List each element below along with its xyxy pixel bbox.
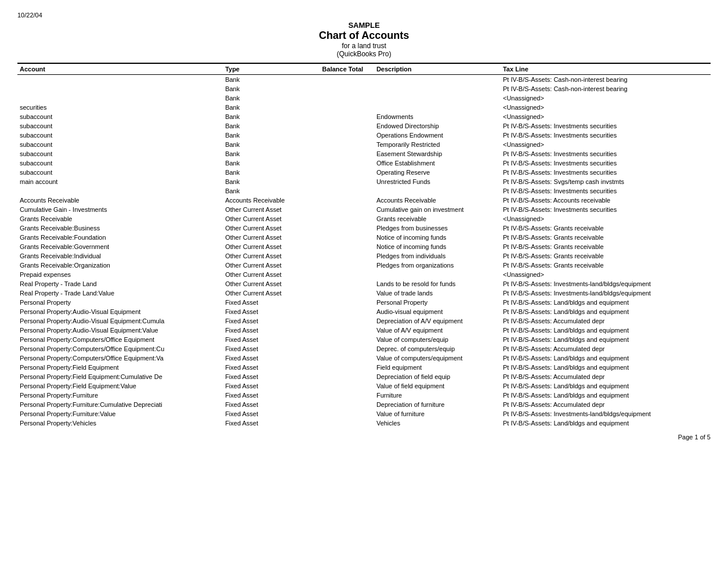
table-row: Real Property - Trade Land:ValueOther Cu… xyxy=(17,288,711,298)
cell-description xyxy=(374,103,501,112)
cell-taxline: Pt IV-B/S-Assets: Grants receivable xyxy=(501,251,711,261)
cell-taxline: Pt IV-B/S-Assets: Land/bldgs and equipme… xyxy=(501,391,711,400)
header-title1: SAMPLE xyxy=(17,21,711,30)
cell-account: subaccount xyxy=(17,121,223,131)
cell-taxline: Pt IV-B/S-Assets: Accumulated depr xyxy=(501,316,711,326)
cell-account: Real Property - Trade Land xyxy=(17,279,223,288)
cell-taxline: Pt IV-B/S-Assets: Investments securities xyxy=(501,149,711,158)
cell-type: Fixed Asset xyxy=(223,381,311,391)
cell-balance xyxy=(312,251,374,261)
cell-type: Bank xyxy=(223,103,311,112)
cell-account: Prepaid expenses xyxy=(17,270,223,279)
cell-description: Lands to be resold for funds xyxy=(374,279,501,288)
cell-type: Bank xyxy=(223,131,311,140)
cell-description xyxy=(374,93,501,103)
cell-description xyxy=(374,186,501,196)
cell-type: Other Current Asset xyxy=(223,233,311,242)
cell-balance xyxy=(312,223,374,233)
cell-balance xyxy=(312,335,374,344)
header-title3: for a land trust xyxy=(17,42,711,50)
cell-account: Accounts Receivable xyxy=(17,196,223,205)
table-row: Personal Property:Field Equipment:ValueF… xyxy=(17,381,711,391)
col-account: Account xyxy=(17,63,223,75)
cell-type: Bank xyxy=(223,186,311,196)
cell-taxline: <Unassigned> xyxy=(501,103,711,112)
cell-account: Grants Receivable:Foundation xyxy=(17,233,223,242)
cell-balance xyxy=(312,391,374,400)
cell-account: subaccount xyxy=(17,158,223,168)
cell-account: subaccount xyxy=(17,168,223,177)
table-row: Personal Property:Computers/Office Equip… xyxy=(17,353,711,363)
cell-description xyxy=(374,75,501,85)
cell-account: subaccount xyxy=(17,112,223,121)
cell-balance xyxy=(312,409,374,418)
cell-description: Value of A/V equipment xyxy=(374,326,501,335)
cell-description: Furniture xyxy=(374,391,501,400)
cell-type: Fixed Asset xyxy=(223,326,311,335)
cell-taxline: Pt IV-B/S-Assets: Land/bldgs and equipme… xyxy=(501,363,711,372)
cell-taxline: Pt IV-B/S-Assets: Land/bldgs and equipme… xyxy=(501,298,711,307)
cell-taxline: <Unassigned> xyxy=(501,214,711,223)
cell-account: Grants Receivable:Organization xyxy=(17,261,223,270)
cell-description: Accounts Receivable xyxy=(374,196,501,205)
cell-taxline: Pt IV-B/S-Assets: Svgs/temp cash invstmt… xyxy=(501,177,711,186)
table-row: Grants Receivable:OrganizationOther Curr… xyxy=(17,261,711,270)
cell-taxline: Pt IV-B/S-Assets: Grants receivable xyxy=(501,223,711,233)
cell-type: Bank xyxy=(223,168,311,177)
cell-type: Bank xyxy=(223,93,311,103)
cell-balance xyxy=(312,261,374,270)
cell-taxline: <Unassigned> xyxy=(501,93,711,103)
cell-type: Fixed Asset xyxy=(223,307,311,316)
cell-balance xyxy=(312,307,374,316)
cell-type: Fixed Asset xyxy=(223,418,311,428)
cell-type: Bank xyxy=(223,140,311,149)
cell-taxline: Pt IV-B/S-Assets: Grants receivable xyxy=(501,242,711,251)
page-number: Page 1 of 5 xyxy=(17,434,711,441)
cell-balance xyxy=(312,158,374,168)
cell-balance xyxy=(312,75,374,85)
cell-account: Real Property - Trade Land:Value xyxy=(17,288,223,298)
cell-type: Fixed Asset xyxy=(223,409,311,418)
cell-taxline: <Unassigned> xyxy=(501,112,711,121)
cell-account: Personal Property:Furniture:Value xyxy=(17,409,223,418)
cell-taxline: Pt IV-B/S-Assets: Cash-non-interest bear… xyxy=(501,84,711,93)
table-row: Personal Property:VehiclesFixed AssetVeh… xyxy=(17,418,711,428)
cell-balance xyxy=(312,84,374,93)
date: 10/22/04 xyxy=(17,12,711,19)
cell-balance xyxy=(312,131,374,140)
cell-taxline: Pt IV-B/S-Assets: Land/bldgs and equipme… xyxy=(501,307,711,316)
cell-balance xyxy=(312,363,374,372)
cell-type: Other Current Asset xyxy=(223,279,311,288)
cell-type: Other Current Asset xyxy=(223,214,311,223)
cell-description: Cumulative gain on investment xyxy=(374,205,501,214)
table-row: subaccountBankEasement StewardshipPt IV-… xyxy=(17,149,711,158)
cell-taxline: Pt IV-B/S-Assets: Land/bldgs and equipme… xyxy=(501,335,711,344)
cell-balance xyxy=(312,326,374,335)
cell-type: Bank xyxy=(223,149,311,158)
cell-taxline: Pt IV-B/S-Assets: Accounts receivable xyxy=(501,196,711,205)
cell-balance xyxy=(312,400,374,409)
cell-account xyxy=(17,84,223,93)
cell-taxline: Pt IV-B/S-Assets: Land/bldgs and equipme… xyxy=(501,353,711,363)
cell-type: Bank xyxy=(223,75,311,85)
cell-account: Cumulative Gain - Investments xyxy=(17,205,223,214)
cell-account: Grants Receivable:Individual xyxy=(17,251,223,261)
cell-taxline: Pt IV-B/S-Assets: Investments-land/bldgs… xyxy=(501,288,711,298)
table-row: subaccountBankEndowed DirectorshipPt IV-… xyxy=(17,121,711,131)
cell-taxline: Pt IV-B/S-Assets: Accumulated depr xyxy=(501,400,711,409)
cell-balance xyxy=(312,270,374,279)
table-row: subaccountBankOperations EndowmentPt IV-… xyxy=(17,131,711,140)
cell-type: Bank xyxy=(223,121,311,131)
table-row: BankPt IV-B/S-Assets: Cash-non-interest … xyxy=(17,84,711,93)
cell-balance xyxy=(312,140,374,149)
cell-balance xyxy=(312,316,374,326)
cell-description: Depreciation of furniture xyxy=(374,400,501,409)
cell-account: Personal Property:Field Equipment xyxy=(17,363,223,372)
cell-balance xyxy=(312,288,374,298)
cell-account: Personal Property:Furniture:Cumulative D… xyxy=(17,400,223,409)
cell-type: Bank xyxy=(223,112,311,121)
cell-account xyxy=(17,75,223,85)
cell-account: Personal Property:Field Equipment:Value xyxy=(17,381,223,391)
cell-account xyxy=(17,186,223,196)
cell-taxline: Pt IV-B/S-Assets: Investments securities xyxy=(501,168,711,177)
